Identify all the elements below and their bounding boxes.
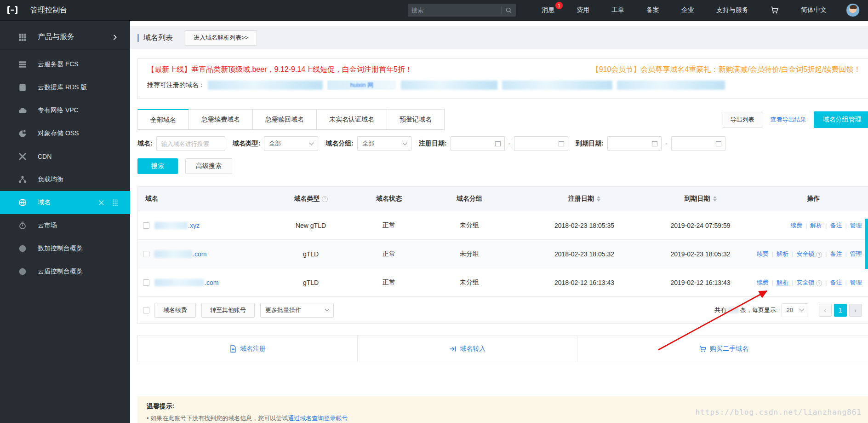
renew-link[interactable]: 续费 (757, 279, 769, 286)
redacted-domain[interactable] (208, 81, 323, 90)
sidebar-item-ecs[interactable]: 云服务器 ECS (0, 53, 130, 76)
remark-link[interactable]: 备注 (830, 222, 842, 229)
tab-need-redeem[interactable]: 急需赎回域名 (252, 109, 317, 130)
sidebar-item-vpc[interactable]: 专有网络 VPC (0, 99, 130, 122)
close-icon[interactable] (98, 199, 105, 206)
col-header-type[interactable]: 域名类型 (258, 195, 364, 203)
group-manage-button[interactable]: 域名分组管理 (814, 111, 868, 128)
row-checkbox[interactable] (143, 222, 149, 229)
prev-page-button[interactable]: ‹ (819, 304, 832, 317)
security-lock-link[interactable]: 安全锁 (796, 250, 822, 257)
sidebar-item-oss[interactable]: 对象存储 OSS (0, 122, 130, 145)
chevron-right-icon[interactable] (112, 34, 118, 41)
register-domain-link[interactable]: 域名注册 (137, 336, 358, 362)
domain-link[interactable]: .com (193, 250, 206, 258)
help-icon[interactable] (322, 196, 328, 202)
current-page-button[interactable]: 1 (834, 304, 847, 317)
sort-icon[interactable] (713, 196, 717, 202)
tab-unverified[interactable]: 未实名认证域名 (316, 109, 387, 130)
promo-text-right[interactable]: 【910会员节】会员尊享域名4重豪礼：新购满减/会员特价/白金词5折起/续费回馈… (592, 65, 861, 75)
view-export-result-link[interactable]: 查看导出结果 (771, 116, 806, 124)
type-filter-select[interactable]: 全部 (264, 136, 318, 151)
next-page-button[interactable]: › (849, 304, 862, 317)
page-size-select[interactable]: 20 (782, 303, 808, 317)
col-header-status[interactable]: 域名状态 (364, 195, 414, 203)
exp-date-start-input[interactable] (607, 136, 662, 151)
drag-handle-icon[interactable] (112, 199, 118, 206)
sidebar-item-domains[interactable]: 域名 (0, 191, 130, 214)
redacted-domain[interactable] (617, 81, 725, 90)
nav-search-box[interactable] (408, 4, 516, 17)
batch-transfer-button[interactable]: 转至其他账号 (201, 303, 255, 318)
tab-preregister[interactable]: 预登记域名 (387, 109, 445, 130)
nav-item-tickets[interactable]: 工单 (600, 6, 635, 14)
tab-all-domains[interactable]: 全部域名 (137, 109, 189, 130)
transfer-in-domain-link[interactable]: 域名转入 (357, 336, 577, 362)
help-icon[interactable] (816, 252, 822, 258)
col-header-group[interactable]: 域名分组 (414, 195, 525, 203)
sidebar-item-products[interactable]: 产品与服务 (0, 25, 130, 49)
cart-icon[interactable] (760, 6, 790, 14)
table-header-row: 域名 域名类型 域名状态 域名分组 注册日期 到期日期 操作 (138, 187, 868, 211)
nav-item-language[interactable]: 简体中文 (790, 6, 838, 14)
sidebar-item-market[interactable]: 云市场 (0, 214, 130, 237)
tip-query-login-link[interactable]: 通过域名查询登录帐号 (288, 415, 348, 422)
export-list-button[interactable]: 导出列表 (722, 112, 763, 127)
avatar[interactable] (846, 3, 860, 17)
resolve-link[interactable]: 解析 (810, 222, 822, 229)
goto-dns-list-button[interactable]: 进入域名解析列表>> (185, 30, 257, 46)
nav-item-billing[interactable]: 费用 (565, 6, 600, 14)
search-icon[interactable] (505, 7, 512, 14)
row-checkbox[interactable] (143, 279, 149, 286)
promo-text-left[interactable]: 【最新上线】垂直品类新顶级域.beer，9.12-9.14上线短促，白金词注册首… (147, 65, 412, 75)
console-title[interactable]: 管理控制台 (30, 6, 67, 15)
buy-secondhand-domain-link[interactable]: 购买二手域名 (577, 336, 868, 362)
nav-item-icp[interactable]: 备案 (635, 6, 670, 14)
feedback-side-tab[interactable] (865, 219, 868, 269)
sidebar-item-shujia[interactable]: 数加控制台概览 (0, 237, 130, 260)
sidebar-item-rds[interactable]: 云数据库 RDS 版 (0, 76, 130, 99)
manage-link[interactable]: 管理 (850, 222, 862, 229)
exp-date-end-input[interactable] (671, 136, 725, 151)
remark-link[interactable]: 备注 (830, 279, 842, 286)
manage-link[interactable]: 管理 (850, 250, 862, 257)
col-header-reg-date[interactable]: 注册日期 (525, 195, 644, 203)
search-input[interactable] (411, 7, 501, 14)
sort-icon[interactable] (597, 196, 600, 202)
nav-item-enterprise[interactable]: 企业 (670, 6, 705, 14)
col-header-exp-date[interactable]: 到期日期 (644, 195, 757, 203)
redacted-domain[interactable] (502, 81, 612, 90)
nav-item-support[interactable]: 支持与服务 (705, 6, 760, 14)
tab-need-renew[interactable]: 急需续费域名 (188, 109, 253, 130)
domain-filter-input[interactable] (156, 136, 225, 151)
aliyun-logo[interactable] (6, 4, 18, 16)
batch-renew-button[interactable]: 域名续费 (154, 303, 196, 318)
col-header-domain[interactable]: 域名 (138, 195, 258, 203)
reg-date-end-input[interactable] (514, 136, 568, 151)
domain-link[interactable]: .xyz (188, 222, 200, 229)
sidebar-item-cdn[interactable]: CDN (0, 145, 130, 168)
resolve-link-highlighted[interactable]: 解析 (777, 279, 788, 286)
more-batch-ops-select[interactable]: 更多批量操作 (260, 303, 334, 318)
help-icon[interactable] (816, 280, 822, 286)
reg-date-start-input[interactable] (451, 136, 505, 151)
sidebar-item-slb[interactable]: 负载均衡 (0, 168, 130, 191)
redacted-domain[interactable]: huixin 网 (327, 81, 396, 90)
renew-link[interactable]: 续费 (757, 250, 769, 257)
row-checkbox[interactable] (143, 251, 149, 257)
resolve-link[interactable]: 解析 (777, 250, 788, 257)
advanced-search-button[interactable]: 高级搜索 (185, 158, 232, 174)
manage-link[interactable]: 管理 (850, 279, 862, 286)
select-all-checkbox[interactable] (143, 307, 149, 313)
domain-link[interactable]: .com (205, 279, 218, 286)
remark-link[interactable]: 备注 (830, 250, 842, 257)
sidebar-item-yundun[interactable]: 云盾控制台概览 (0, 260, 130, 283)
group-filter-select[interactable]: 全部 (357, 136, 411, 151)
search-button[interactable]: 搜索 (137, 158, 178, 174)
recommended-domains-redacted[interactable]: huixin 网 (208, 81, 730, 90)
renew-link[interactable]: 续费 (790, 222, 802, 229)
nav-item-messages[interactable]: 消息 1 (542, 6, 565, 14)
redacted-domain[interactable] (401, 81, 497, 90)
chevron-down-icon (403, 140, 407, 145)
security-lock-link[interactable]: 安全锁 (796, 279, 822, 286)
